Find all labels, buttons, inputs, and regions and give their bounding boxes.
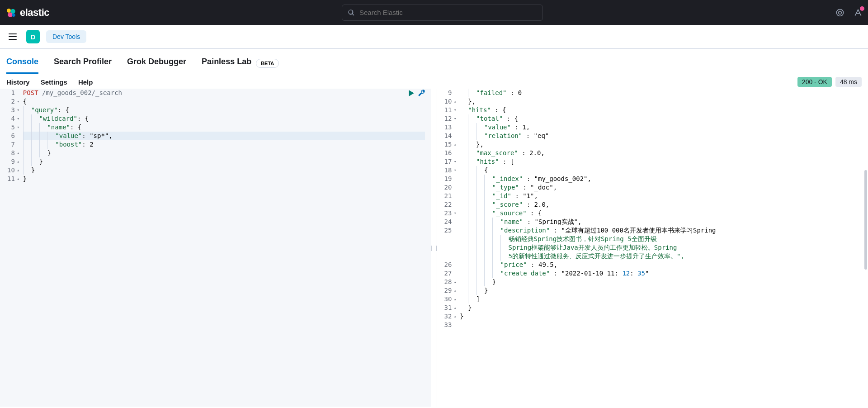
console-toolbar: History Settings Help 200 - OK 48 ms [0, 74, 868, 89]
response-time-badge: 48 ms [835, 77, 862, 87]
elastic-logo-icon [5, 7, 16, 18]
tab-grok-debugger[interactable]: Grok Debugger [127, 52, 186, 74]
request-editor[interactable]: 12▾3▾4▾5▾678▴9▴10▴11▴ POST /my_goods_002… [0, 89, 431, 407]
scrollbar-thumb[interactable] [864, 170, 867, 270]
history-link[interactable]: History [6, 78, 30, 86]
space-selector[interactable]: D [26, 30, 40, 43]
response-editor[interactable]: 910▴11▾12▾131415▴1617▾18▾1920212223▾2425… [437, 89, 868, 407]
help-link[interactable]: Help [78, 78, 93, 86]
request-pane: 12▾3▾4▾5▾678▴9▴10▴11▴ POST /my_goods_002… [0, 89, 431, 407]
response-scrollbar[interactable] [863, 89, 868, 407]
svg-point-4 [837, 9, 844, 16]
play-icon[interactable] [407, 89, 415, 97]
notification-dot [860, 6, 864, 11]
request-actions [407, 89, 426, 97]
svg-point-2 [8, 12, 13, 17]
elastic-logo[interactable]: elastic [5, 7, 49, 19]
global-search[interactable] [342, 5, 543, 21]
response-status-badge: 200 - OK [797, 77, 832, 87]
hamburger-icon [8, 32, 17, 41]
search-icon [348, 9, 355, 16]
nav-toggle-button[interactable] [5, 29, 20, 44]
beta-badge: BETA [256, 59, 279, 68]
global-header: elastic [0, 0, 868, 25]
setup-guide-icon[interactable] [854, 8, 863, 17]
tab-search-profiler[interactable]: Search Profiler [54, 52, 112, 74]
wrench-icon[interactable] [418, 89, 426, 97]
tab-console[interactable]: Console [6, 52, 38, 74]
global-search-input[interactable] [359, 9, 537, 16]
devtools-tabs: Console Search Profiler Grok Debugger Pa… [0, 52, 868, 74]
pane-splitter[interactable]: ❘❘ [431, 89, 437, 407]
settings-link[interactable]: Settings [41, 78, 67, 86]
tab-painless-lab[interactable]: Painless Lab [202, 52, 251, 74]
elastic-logo-text: elastic [20, 7, 49, 19]
response-pane: 910▴11▾12▾131415▴1617▾18▾1920212223▾2425… [437, 89, 868, 407]
svg-point-3 [12, 13, 15, 17]
breadcrumb-devtools[interactable]: Dev Tools [46, 30, 86, 43]
console-split: 12▾3▾4▾5▾678▴9▴10▴11▴ POST /my_goods_002… [0, 89, 868, 407]
svg-point-0 [7, 9, 11, 13]
newsfeed-icon[interactable] [835, 8, 844, 17]
sub-header: D Dev Tools [0, 25, 868, 49]
svg-point-5 [839, 11, 842, 14]
